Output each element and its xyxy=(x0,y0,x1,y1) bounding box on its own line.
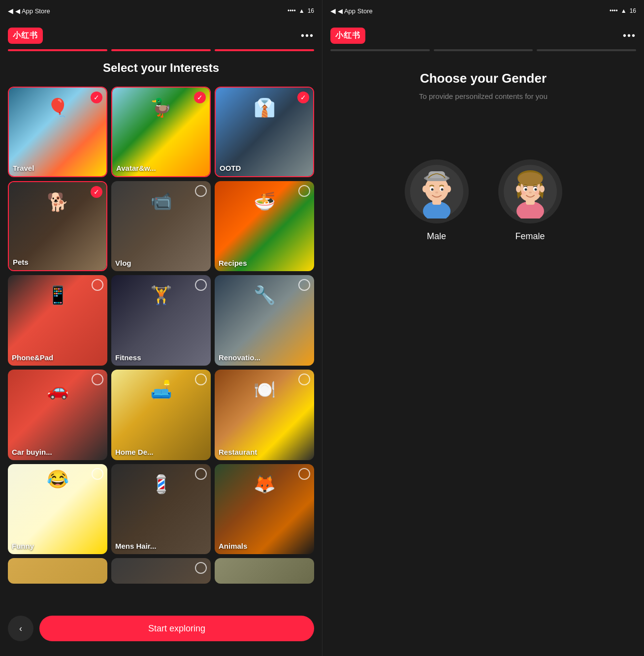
travel-check: ✓ xyxy=(91,92,102,103)
svg-point-9 xyxy=(431,188,433,191)
interest-restaurant[interactable]: 🍽️ Restaurant xyxy=(215,370,314,460)
back-nav-left[interactable]: ◀ ◀ App Store xyxy=(8,7,50,15)
recipes-check xyxy=(298,185,310,197)
dots-menu-left[interactable]: ••• xyxy=(301,30,314,41)
svg-point-28 xyxy=(535,191,541,195)
interests-title: Select your Interests xyxy=(0,61,322,75)
app-header-right: 小红书 ••• xyxy=(322,22,644,49)
gender-female-option[interactable]: Female xyxy=(498,159,562,242)
start-exploring-button[interactable]: Start exploring xyxy=(39,616,314,641)
left-panel: ◀ ◀ App Store •••• ▲ 16 小红书 ••• Select y… xyxy=(0,0,322,656)
gender-subtitle: To provide personilzed contents for you xyxy=(419,92,547,100)
svg-point-27 xyxy=(520,191,526,195)
status-indicators-right: •••• ▲ 16 xyxy=(610,7,636,14)
interest-avatar[interactable]: 🦆 ✓ Avatar&w... xyxy=(111,87,211,177)
interest-phone[interactable]: 📱 Phone&Pad xyxy=(8,275,107,366)
svg-point-10 xyxy=(441,188,443,191)
funny-check xyxy=(92,468,103,480)
partial2-check xyxy=(195,562,207,574)
svg-rect-6 xyxy=(428,171,445,178)
battery-right: 16 xyxy=(630,7,636,14)
interest-pets[interactable]: 🐕 ✓ Pets xyxy=(8,181,107,272)
car-check xyxy=(92,374,103,385)
avatar-label: Avatar&w... xyxy=(116,164,156,172)
progress-bar-2 xyxy=(111,49,211,51)
app-store-label-left: ◀ App Store xyxy=(15,7,50,15)
partial-item-2 xyxy=(111,558,211,584)
app-logo-right: 小红书 xyxy=(330,28,365,44)
progress-bar-r3 xyxy=(537,49,636,51)
interest-grid: 🎈 ✓ Travel 🦆 ✓ Avatar&w... 👔 ✓ OOTD 🐕 ✓ … xyxy=(0,87,322,554)
progress-bar-3 xyxy=(215,49,314,51)
car-label: Car buyin... xyxy=(12,448,52,456)
signal-icon-right: •••• xyxy=(610,7,618,14)
interest-renovation[interactable]: 🔧 Renovatio... xyxy=(215,275,314,366)
bottom-bar: ‹ Start exploring xyxy=(0,602,322,656)
home-label: Home De... xyxy=(115,448,154,456)
interest-ootd[interactable]: 👔 ✓ OOTD xyxy=(215,87,314,177)
svg-point-21 xyxy=(540,186,545,192)
interest-recipes[interactable]: 🍜 Recipes xyxy=(215,181,314,272)
home-check xyxy=(195,374,207,385)
gender-male-option[interactable]: Male xyxy=(405,159,469,242)
partial-row xyxy=(0,554,322,584)
male-label: Male xyxy=(427,231,446,242)
app-store-label-right: ◀ App Store xyxy=(338,7,373,15)
female-avatar-svg xyxy=(503,164,557,219)
wifi-icon-left: ▲ xyxy=(299,7,305,14)
svg-point-12 xyxy=(422,186,427,192)
svg-point-20 xyxy=(516,186,521,192)
menshair-label: Mens Hair... xyxy=(115,542,156,550)
svg-point-26 xyxy=(529,191,532,193)
status-bar-left: ◀ ◀ App Store •••• ▲ 16 xyxy=(0,0,322,22)
female-avatar xyxy=(498,159,562,223)
wifi-icon-right: ▲ xyxy=(621,7,627,14)
signal-icon-left: •••• xyxy=(288,7,296,14)
svg-point-19 xyxy=(518,172,543,186)
gender-title: Choose your Gender xyxy=(420,71,547,86)
back-button[interactable]: ‹ xyxy=(8,616,33,641)
progress-bar-r2 xyxy=(434,49,533,51)
menshair-check xyxy=(195,468,207,480)
male-avatar-svg xyxy=(410,164,464,219)
gender-content: Choose your Gender To provide personilze… xyxy=(322,71,644,242)
restaurant-label: Restaurant xyxy=(219,448,257,456)
avatar-check: ✓ xyxy=(194,92,206,103)
female-label: Female xyxy=(515,231,545,242)
back-nav-right[interactable]: ◀ ◀ App Store xyxy=(330,7,373,15)
svg-point-11 xyxy=(435,191,438,193)
interest-car[interactable]: 🚗 Car buyin... xyxy=(8,370,107,460)
interest-animals[interactable]: 🦊 Animals xyxy=(215,464,314,555)
ootd-check: ✓ xyxy=(297,92,309,103)
interest-vlog[interactable]: 📹 Vlog xyxy=(111,181,211,272)
back-arrow-right: ◀ xyxy=(330,7,336,15)
interest-funny[interactable]: 😂 Funny xyxy=(8,464,107,555)
dots-menu-right[interactable]: ••• xyxy=(623,30,636,41)
interest-menshair[interactable]: 💈 Mens Hair... xyxy=(111,464,211,555)
svg-point-25 xyxy=(534,188,537,191)
travel-label: Travel xyxy=(13,164,34,172)
right-panel: ◀ ◀ App Store •••• ▲ 16 小红书 ••• Choose y… xyxy=(322,0,644,656)
phone-label: Phone&Pad xyxy=(12,353,53,362)
ootd-label: OOTD xyxy=(220,164,241,172)
vlog-check xyxy=(195,185,207,197)
status-indicators-left: •••• ▲ 16 xyxy=(288,7,314,14)
pets-check: ✓ xyxy=(91,186,102,198)
vlog-label: Vlog xyxy=(115,259,131,267)
funny-label: Funny xyxy=(12,542,34,550)
interest-home[interactable]: 🛋️ Home De... xyxy=(111,370,211,460)
partial-item-1 xyxy=(8,558,107,584)
app-header-left: 小红书 ••• xyxy=(0,22,322,49)
male-avatar xyxy=(405,159,469,223)
svg-point-13 xyxy=(446,186,451,192)
progress-bars-left xyxy=(0,49,322,51)
interest-travel[interactable]: 🎈 ✓ Travel xyxy=(8,87,107,177)
battery-left: 16 xyxy=(308,7,314,14)
progress-bars-right xyxy=(322,49,644,51)
recipes-label: Recipes xyxy=(219,259,247,267)
pets-label: Pets xyxy=(13,258,29,266)
app-logo-left: 小红书 xyxy=(8,28,43,44)
interest-fitness[interactable]: 🏋️ Fitness xyxy=(111,275,211,366)
renovation-label: Renovatio... xyxy=(219,353,260,362)
back-arrow-left: ◀ xyxy=(8,7,13,15)
